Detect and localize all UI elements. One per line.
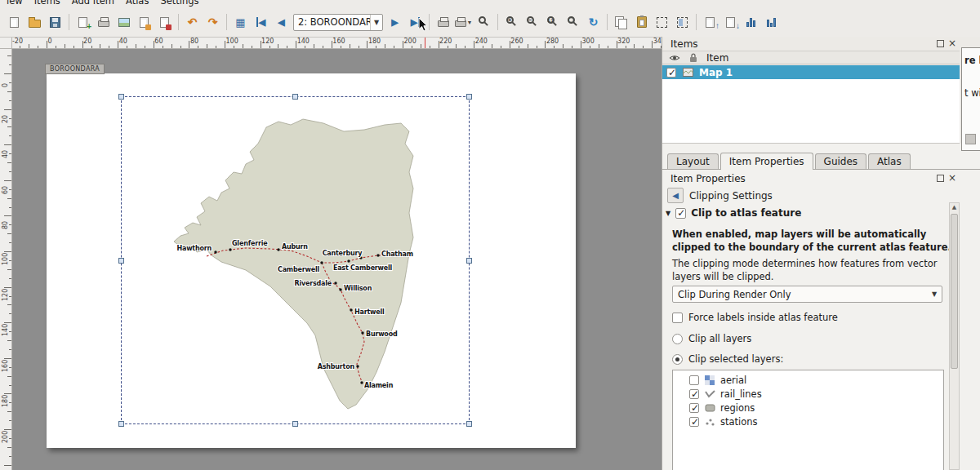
scrollbar[interactable]: ▲: [949, 202, 960, 470]
ruler-number: 80: [190, 38, 198, 45]
selection-handle[interactable]: [466, 421, 472, 427]
tab-guides[interactable]: Guides: [815, 153, 867, 169]
layer-row-stations[interactable]: stations: [673, 415, 943, 428]
station-label-glenferrie: Glenferrie: [232, 240, 268, 247]
add-pages-button[interactable]: +: [73, 12, 93, 33]
ruler-tick: [9, 260, 11, 261]
clip-all-layers-radio[interactable]: [672, 334, 683, 344]
ruler-tick: [252, 46, 252, 48]
layer-checkbox-aerial[interactable]: [689, 375, 699, 385]
float-panel-icon[interactable]: [937, 40, 944, 47]
atlas-settings-icon: ▦: [235, 17, 245, 28]
previous-feature-button[interactable]: ◀: [271, 12, 292, 33]
selection-handle[interactable]: [118, 421, 124, 427]
scroll-up-icon[interactable]: ▲: [950, 203, 959, 212]
paste-items-button[interactable]: [631, 12, 652, 33]
layer-row-aerial[interactable]: aerial: [673, 373, 943, 387]
align-items-button[interactable]: [741, 12, 761, 33]
item-visibility-checkbox[interactable]: [666, 68, 676, 78]
zoom-out-button[interactable]: −: [522, 12, 542, 33]
scrollbar-thumb[interactable]: [951, 214, 958, 369]
select-all-button[interactable]: [652, 12, 672, 33]
next-feature-button[interactable]: ▶: [385, 12, 405, 33]
back-button[interactable]: ◀: [667, 188, 684, 203]
new-layout-button[interactable]: [4, 12, 24, 33]
ruler-tick: [100, 44, 100, 48]
items-panel: Items × Item Map 1: [662, 37, 980, 144]
ruler-number: 300: [582, 38, 595, 45]
refresh-view-button[interactable]: ↻: [583, 12, 604, 33]
copy-items-button[interactable]: [611, 12, 631, 33]
tab-layout[interactable]: Layout: [667, 153, 719, 169]
map-preview: HawthornGlenferrieAuburnCamberwellEast C…: [122, 97, 470, 425]
undo-button[interactable]: ↶: [182, 12, 203, 33]
float-panel-icon[interactable]: [937, 175, 944, 182]
export-pdf-button[interactable]: [154, 12, 175, 33]
close-panel-icon[interactable]: ×: [948, 40, 956, 47]
atlas-page-label: BOROONDARA: [45, 64, 105, 74]
chevron-down-icon[interactable]: ▼: [927, 290, 942, 298]
preview-atlas-icon: [478, 16, 491, 29]
export-atlas-button[interactable]: ▼: [453, 12, 474, 33]
map-item[interactable]: HawthornGlenferrieAuburnCamberwellEast C…: [121, 96, 470, 424]
selection-handle[interactable]: [466, 258, 472, 264]
first-feature-button[interactable]: ◀: [251, 12, 271, 33]
zoom-full-button[interactable]: □: [563, 12, 583, 33]
zoom-actual-button[interactable]: 1:1: [542, 12, 563, 33]
clip-to-atlas-checkbox[interactable]: [675, 208, 686, 219]
ruler-tick: [7, 411, 11, 412]
menu-item-add-item[interactable]: Add Item: [66, 0, 120, 7]
raise-items-button[interactable]: ↑: [700, 12, 720, 33]
clip-mode-value: Clip During Render Only: [673, 289, 927, 300]
atlas-feature-combo[interactable]: 2: BOROONDARA▼: [293, 14, 383, 31]
print-button[interactable]: [93, 12, 114, 33]
menu-item-iew[interactable]: iew: [1, 0, 29, 7]
clip-selected-layers-radio[interactable]: [672, 354, 683, 365]
ruler-tick: [29, 44, 29, 48]
menu-item-settings[interactable]: Settings: [154, 0, 204, 7]
selection-handle[interactable]: [292, 94, 298, 100]
save-button[interactable]: [45, 12, 65, 33]
zoom-in-button[interactable]: +: [501, 12, 522, 33]
distribute-items-button[interactable]: [761, 12, 782, 33]
print-atlas-button[interactable]: [433, 12, 453, 33]
lower-items-button[interactable]: ↓: [720, 12, 741, 33]
items-header: Item: [662, 51, 960, 64]
item-row-map-1[interactable]: Map 1: [662, 65, 960, 79]
atlas-settings-button[interactable]: ▦: [230, 12, 251, 33]
layer-checkbox-regions[interactable]: [689, 403, 699, 413]
menu-item-atlas[interactable]: Atlas: [120, 0, 154, 7]
menu-item-items[interactable]: Items: [29, 0, 66, 7]
ruler-number: 260: [510, 38, 523, 45]
layout-canvas[interactable]: BOROONDARA HawthornGlenferrieAuburnCambe…: [12, 49, 662, 470]
atlas-feature-combo-value: 2: BOROONDARA: [294, 16, 370, 28]
ruler-number: 240: [475, 38, 488, 45]
layer-row-regions[interactable]: regions: [673, 401, 943, 415]
export-svg-button[interactable]: [134, 12, 154, 33]
invert-selection-button[interactable]: [672, 12, 693, 33]
preview-atlas-button[interactable]: [474, 12, 494, 33]
redo-button[interactable]: ↷: [203, 12, 223, 33]
combo-dropdown-arrow[interactable]: ▼: [370, 15, 382, 30]
export-image-button[interactable]: [114, 12, 134, 33]
collapse-arrow-icon[interactable]: ▼: [666, 210, 670, 217]
tab-item-properties[interactable]: Item Properties: [720, 153, 813, 170]
ruler-tick: [626, 46, 626, 48]
selection-handle[interactable]: [118, 258, 124, 264]
open-folder-button[interactable]: [24, 12, 45, 33]
layer-checkbox-stations[interactable]: [689, 417, 699, 427]
ruler-tick: [9, 331, 11, 332]
selection-handle[interactable]: [466, 94, 472, 100]
force-labels-checkbox[interactable]: [672, 313, 683, 323]
clip-mode-dropdown[interactable]: Clip During Render Only ▼: [672, 286, 942, 303]
close-panel-icon[interactable]: ×: [948, 175, 956, 182]
ruler-tick: [172, 44, 172, 48]
tab-atlas[interactable]: Atlas: [868, 153, 911, 169]
ruler-number: -20: [12, 38, 23, 45]
layer-row-rail-lines[interactable]: rail_lines: [673, 387, 943, 401]
selection-handle[interactable]: [292, 421, 298, 427]
layer-checkbox-rail-lines[interactable]: [689, 389, 699, 399]
selection-handle[interactable]: [118, 94, 124, 100]
ruler-number: 280: [546, 38, 559, 45]
ruler-tick: [56, 46, 56, 48]
